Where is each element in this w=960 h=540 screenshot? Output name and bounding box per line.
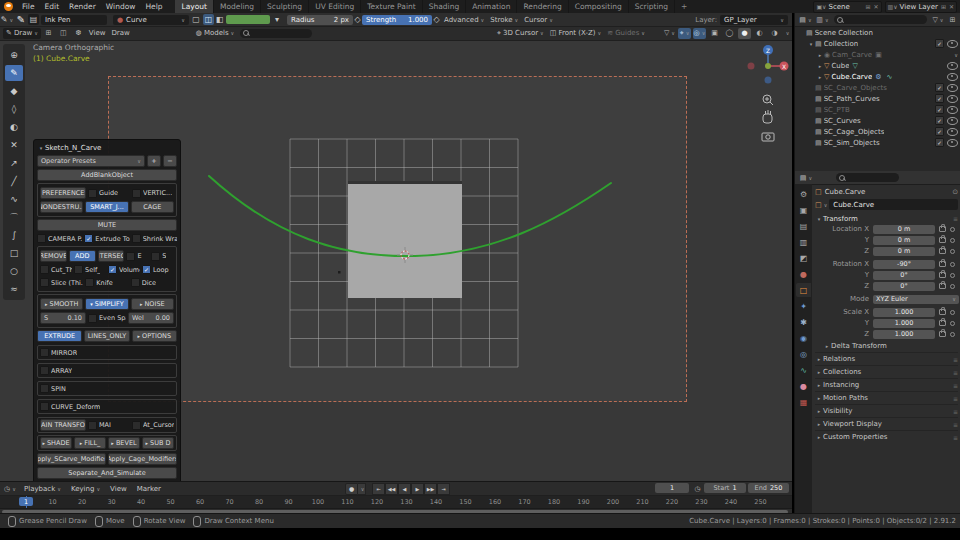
checkbox-mirror[interactable]: MIRROR (40, 348, 174, 357)
next-keyframe-button[interactable]: ▶▶ (424, 483, 437, 495)
outliner-row-cam-carve[interactable]: ▸◉Cam_Carve▣∨ (795, 49, 960, 60)
frame-end-field[interactable]: End250 (748, 483, 789, 493)
workspace-tab-animation[interactable]: Animation (466, 0, 517, 13)
workspace-tab-layout[interactable]: Layout (175, 0, 214, 13)
frame-start-field[interactable]: Start1 (704, 483, 746, 493)
menu-window[interactable]: Window (101, 0, 141, 13)
expand-icon[interactable]: ▸ (816, 63, 824, 69)
tab-world[interactable]: ● (796, 267, 811, 281)
shading-solid-icon[interactable]: ● (738, 28, 751, 39)
tab-particles[interactable]: ✱ (796, 315, 811, 329)
expand-icon[interactable]: ▸ (816, 52, 824, 58)
transform-panel-header[interactable]: ▾Transform≡ (815, 213, 958, 224)
new-collection-icon[interactable]: ⊞ (947, 14, 958, 25)
viewport-search-input[interactable] (240, 29, 312, 38)
fill-button[interactable]: ▸FILL_ (74, 437, 106, 449)
viewport-canvas[interactable]: Camera Orthographic (1) Cube.Carve ⊕✎◆◊◐… (0, 40, 792, 481)
animate-dot-icon[interactable] (950, 284, 955, 289)
y-field[interactable]: 1.000 (873, 319, 935, 328)
lock-icon[interactable] (939, 309, 946, 315)
smooth-button[interactable]: ▸SMOOTH (40, 298, 83, 310)
layer-selector[interactable]: GP_Layer∨ (720, 15, 788, 25)
checkbox-e[interactable]: E (126, 252, 149, 261)
polyline-tool[interactable]: ∿ (5, 191, 23, 207)
pin-icon[interactable]: ⊙ (952, 188, 958, 196)
new-view-layer-icon[interactable]: ⊞ (941, 3, 946, 10)
current-frame-badge[interactable]: 1 (19, 497, 33, 506)
lock-icon[interactable] (939, 226, 946, 232)
draw-menu[interactable]: Draw (108, 29, 132, 37)
current-frame-field[interactable]: 1 (655, 483, 689, 493)
interpolate-tool[interactable]: ≈ (5, 281, 23, 297)
strength-animate-icon[interactable]: ◇ (432, 14, 441, 25)
outliner-sync-icon[interactable]: ▥∨ (815, 14, 830, 25)
jump-end-button[interactable]: ⇥ (437, 483, 450, 495)
stroke-placement-icon[interactable]: ◫ (203, 14, 214, 25)
outliner-row-sc-sim-objects[interactable]: ▤SC_Sim_Objects✓ (795, 137, 960, 148)
section-motion-paths[interactable]: ▸Motion Paths≡ (815, 391, 958, 404)
animate-dot-icon[interactable] (950, 310, 955, 315)
fill-tool[interactable]: ◆ (5, 83, 23, 99)
preset-add-button[interactable]: + (147, 155, 161, 167)
z-field[interactable]: 0 m (873, 247, 935, 256)
brush-settings-icon[interactable]: ▤ (28, 14, 39, 25)
outliner-row-sc-path-curves[interactable]: ▤SC_Path_Curves✓ (795, 93, 960, 104)
advanced-dropdown[interactable]: Advanced∨ (441, 16, 487, 24)
preferences-button[interactable]: ▸PREFERENCES (40, 187, 86, 199)
exclude-checkbox[interactable]: ✓ (935, 39, 944, 48)
visibility-eye-icon[interactable] (947, 73, 958, 81)
intersect-button[interactable]: INTERSECT (98, 250, 125, 262)
vertex-color-picker-icon[interactable]: ▾ (270, 14, 284, 25)
tab-material[interactable]: ● (796, 379, 811, 393)
asset-models-dropdown[interactable]: ◍ Models∨ (193, 29, 237, 37)
checkbox-dice[interactable]: Dice (131, 278, 174, 287)
guides-dropdown[interactable]: ≋Guides∨ (604, 29, 648, 37)
circle-tool[interactable]: ○ (5, 263, 23, 279)
sub-d-button[interactable]: ▸SUB D (142, 437, 174, 449)
y-field[interactable]: 0° (873, 271, 935, 280)
brush-preview-icon[interactable]: ✎ (14, 14, 28, 25)
animate-dot-icon[interactable] (950, 238, 955, 243)
material-link-icon[interactable]: ▢ (189, 14, 203, 25)
section-collections[interactable]: ▸Collections≡ (815, 365, 958, 378)
active-tool-icon[interactable]: ✎∨ (0, 14, 14, 25)
outliner-row-cube-carve[interactable]: ▸▽Cube.Carve⚙∿ (795, 71, 960, 82)
timeline-editor-type-icon[interactable]: ◷∨ (2, 483, 18, 494)
cube-object[interactable] (348, 181, 462, 298)
visibility-eye-icon[interactable] (947, 139, 958, 147)
panel-header[interactable]: ▾ Sketch_N_Carve (37, 142, 177, 153)
section-relations[interactable]: ▸Relations≡ (815, 352, 958, 365)
rotation-x-field[interactable]: -90° (873, 260, 935, 269)
visibility-eye-icon[interactable] (947, 95, 958, 103)
workspace-tab-texture-paint[interactable]: Texture Paint (361, 0, 422, 13)
checkbox-spin[interactable]: SPIN (40, 384, 174, 393)
record-icon[interactable]: ● (345, 483, 358, 495)
draw-tool[interactable]: ✎ (5, 65, 23, 81)
cage-button[interactable]: CAGE (131, 201, 174, 213)
tab-constraints[interactable]: ◎ (796, 347, 811, 361)
checkbox-array[interactable]: ARRAY (40, 366, 174, 375)
checkbox-camera-p[interactable]: CAMERA P... (37, 234, 82, 243)
erase-tool[interactable]: ◊ (5, 101, 23, 117)
extrude-button[interactable]: EXTRUDE (37, 330, 82, 342)
strength-slider[interactable]: Strength 1.000 (362, 15, 432, 25)
z-field[interactable]: 1.000 (873, 330, 935, 339)
object-name-field[interactable]: Cube.Carve (829, 199, 958, 210)
navigation-gizmo[interactable]: Z X (737, 42, 789, 174)
workspace-tab-shading[interactable]: Shading (423, 0, 466, 13)
lock-icon[interactable] (939, 248, 946, 254)
section-custom-properties[interactable]: ▸Custom Properties≡ (815, 430, 958, 443)
visibility-eye-icon[interactable] (947, 106, 958, 114)
tab-physics[interactable]: ◉ (796, 331, 811, 345)
gizmos-toggle-icon[interactable]: ⌖∨ (678, 28, 691, 39)
visibility-eye-icon[interactable] (947, 128, 958, 136)
stroke-dropdown[interactable]: Stroke∨ (487, 16, 521, 24)
checkbox-volume[interactable]: ✓Volume (108, 265, 140, 274)
object-types-filter-icon[interactable]: ▽∨ (663, 28, 676, 39)
checkbox-shrink-wrap[interactable]: Shrink Wrap (132, 234, 177, 243)
outliner-search-input[interactable] (834, 15, 927, 24)
shading-material-icon[interactable]: ◐ (753, 28, 766, 39)
vertex-color-mode-icon[interactable]: ◧ (214, 14, 225, 25)
expand-icon[interactable]: ▾ (807, 41, 815, 47)
outliner-filter-icon[interactable]: ▽∨ (931, 14, 945, 25)
